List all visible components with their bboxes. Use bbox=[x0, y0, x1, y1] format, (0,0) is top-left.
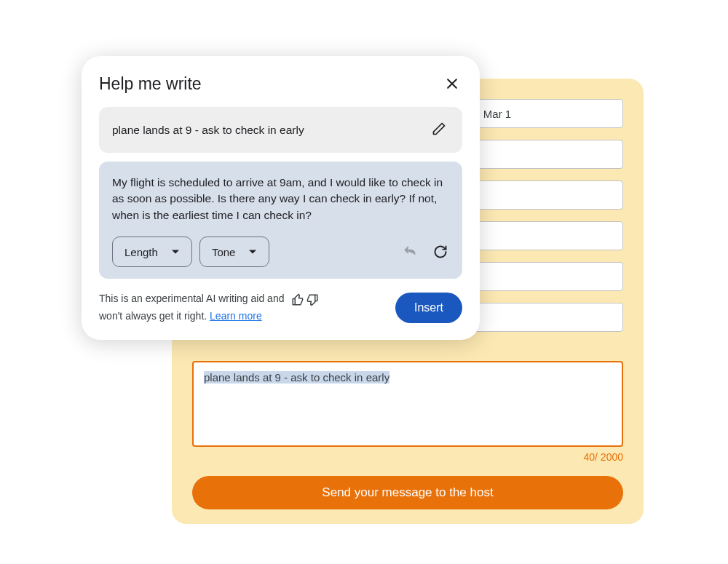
thumbs-down-button[interactable] bbox=[306, 293, 319, 306]
tone-dropdown[interactable]: Tone bbox=[199, 237, 270, 267]
selected-message-text: plane lands at 9 - ask to check in early bbox=[204, 371, 389, 384]
undo-icon bbox=[403, 245, 417, 259]
prompt-text: plane lands at 9 - ask to check in early bbox=[112, 124, 304, 137]
refresh-button[interactable] bbox=[432, 243, 449, 261]
right-controls bbox=[401, 243, 449, 261]
thumbs-down-icon bbox=[306, 293, 319, 306]
chevron-down-icon bbox=[171, 247, 180, 256]
dialog-footer: This is an experimental AI writing aid a… bbox=[99, 292, 462, 323]
left-controls: Length Tone bbox=[112, 237, 269, 267]
char-count: 40/ 2000 bbox=[192, 451, 623, 463]
help-me-write-dialog: Help me write plane lands at 9 - ask to … bbox=[82, 56, 480, 340]
length-label: Length bbox=[124, 246, 158, 258]
disclaimer-line1: This is an experimental AI writing aid a… bbox=[99, 293, 284, 304]
edit-prompt-button[interactable] bbox=[429, 119, 449, 141]
pencil-icon bbox=[432, 122, 446, 136]
result-panel: My flight is scheduled to arrive at 9am,… bbox=[99, 162, 462, 279]
dialog-title: Help me write bbox=[99, 74, 202, 94]
learn-more-link[interactable]: Learn more bbox=[210, 310, 262, 322]
close-icon bbox=[445, 76, 459, 91]
result-controls: Length Tone bbox=[112, 237, 449, 267]
insert-button[interactable]: Insert bbox=[395, 293, 462, 323]
message-textarea[interactable]: plane lands at 9 - ask to check in early bbox=[192, 361, 623, 447]
disclaimer: This is an experimental AI writing aid a… bbox=[99, 292, 325, 323]
length-dropdown[interactable]: Length bbox=[112, 237, 192, 267]
send-message-button[interactable]: Send your message to the host bbox=[192, 476, 623, 509]
thumbs-up-button[interactable] bbox=[291, 293, 304, 306]
tone-label: Tone bbox=[212, 246, 236, 258]
chevron-down-icon bbox=[248, 247, 257, 256]
close-button[interactable] bbox=[442, 74, 462, 94]
disclaimer-line2: won't always get it right. bbox=[99, 310, 207, 322]
feedback-icons bbox=[291, 293, 319, 306]
refresh-icon bbox=[433, 245, 448, 259]
undo-button[interactable] bbox=[401, 243, 419, 261]
result-text: My flight is scheduled to arrive at 9am,… bbox=[112, 175, 449, 223]
dialog-header: Help me write bbox=[99, 74, 462, 94]
thumbs-up-icon bbox=[291, 293, 304, 306]
prompt-row: plane lands at 9 - ask to check in early bbox=[99, 107, 462, 153]
